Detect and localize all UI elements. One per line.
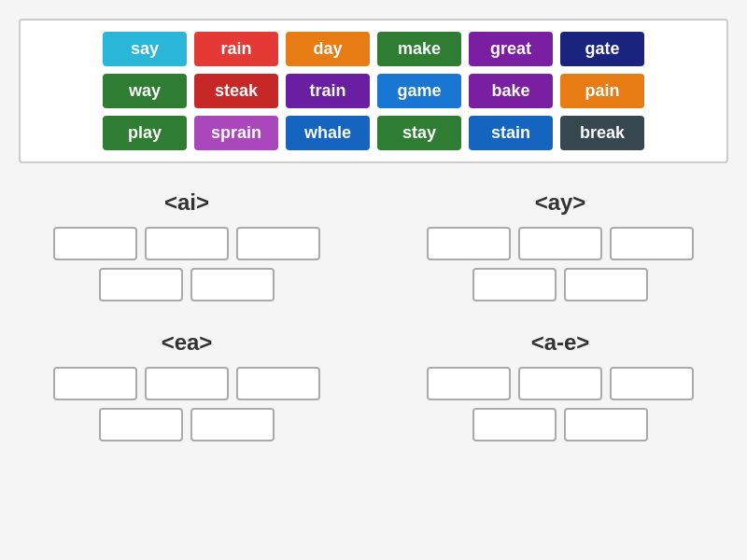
drop-slot[interactable] (145, 227, 229, 260)
word-tile-steak[interactable]: steak (194, 74, 278, 108)
word-tile-gate[interactable]: gate (560, 32, 644, 66)
drop-slots-2 (19, 367, 355, 441)
word-tile-break[interactable]: break (560, 116, 644, 150)
word-tile-make[interactable]: make (377, 32, 461, 66)
drop-slot[interactable] (427, 367, 511, 400)
drop-slot[interactable] (518, 227, 602, 260)
word-tile-bake[interactable]: bake (469, 74, 553, 108)
word-tile-train[interactable]: train (286, 74, 370, 108)
drop-row-0-0 (53, 227, 320, 260)
word-tile-great[interactable]: great (469, 32, 553, 66)
word-tile-day[interactable]: day (286, 32, 370, 66)
drop-row-0-1 (99, 268, 275, 301)
drop-slot[interactable] (99, 268, 183, 301)
drop-slot[interactable] (190, 268, 275, 301)
word-tile-pain[interactable]: pain (560, 74, 644, 108)
drop-slot[interactable] (53, 227, 137, 260)
word-tile-stain[interactable]: stain (469, 116, 553, 150)
category-label-0: <ai> (164, 189, 209, 216)
drop-slot[interactable] (236, 367, 320, 400)
drop-slot[interactable] (99, 408, 183, 441)
category-2: <ea> (19, 329, 355, 441)
drop-row-2-0 (53, 367, 320, 400)
drop-slot[interactable] (564, 408, 648, 441)
drop-row-1-0 (427, 227, 694, 260)
word-tile-say[interactable]: say (103, 32, 187, 66)
category-label-1: <ay> (535, 189, 586, 216)
drop-row-1-1 (472, 268, 648, 301)
drop-slot[interactable] (518, 367, 602, 400)
drop-slot[interactable] (427, 227, 511, 260)
word-bank: sayraindaymakegreatgatewaysteaktraingame… (19, 19, 728, 163)
category-1: <ay> (392, 189, 728, 301)
drop-slot[interactable] (190, 408, 275, 441)
page: sayraindaymakegreatgatewaysteaktraingame… (19, 19, 728, 441)
category-0: <ai> (19, 189, 355, 301)
word-bank-row-2: playsprainwhalestaystainbreak (32, 116, 715, 150)
drop-slot[interactable] (53, 367, 137, 400)
drop-slots-1 (392, 227, 728, 301)
word-bank-row-0: sayraindaymakegreatgate (32, 32, 715, 66)
category-label-3: <a-e> (531, 329, 590, 356)
drop-slot[interactable] (145, 367, 229, 400)
drop-slot[interactable] (472, 268, 557, 301)
word-tile-stay[interactable]: stay (377, 116, 461, 150)
categories-grid: <ai><ay><ea><a-e> (19, 189, 728, 441)
word-tile-sprain[interactable]: sprain (194, 116, 278, 150)
drop-slot[interactable] (472, 408, 557, 441)
drop-slot[interactable] (236, 227, 320, 260)
drop-row-3-0 (427, 367, 694, 400)
drop-slots-0 (19, 227, 355, 301)
drop-slot[interactable] (610, 367, 694, 400)
word-tile-game[interactable]: game (377, 74, 461, 108)
word-tile-way[interactable]: way (103, 74, 187, 108)
word-tile-play[interactable]: play (103, 116, 187, 150)
category-3: <a-e> (392, 329, 728, 441)
drop-slots-3 (392, 367, 728, 441)
drop-row-2-1 (99, 408, 275, 441)
category-label-2: <ea> (162, 329, 213, 356)
word-bank-row-1: waysteaktraingamebakepain (32, 74, 715, 108)
word-tile-whale[interactable]: whale (286, 116, 370, 150)
word-tile-rain[interactable]: rain (194, 32, 278, 66)
drop-slot[interactable] (564, 268, 648, 301)
drop-slot[interactable] (610, 227, 694, 260)
drop-row-3-1 (472, 408, 648, 441)
